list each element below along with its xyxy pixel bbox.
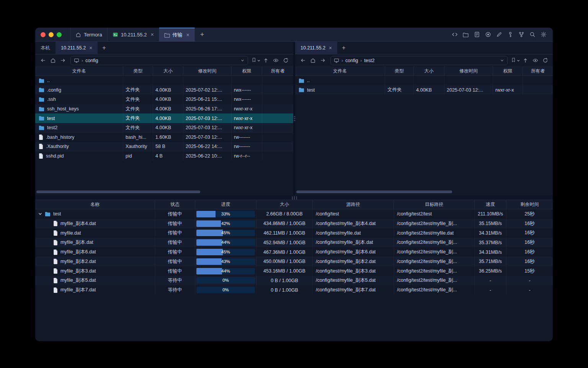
tab-host-session[interactable]: 10.211.55.2 × bbox=[108, 28, 159, 41]
column-header[interactable]: 所有者 bbox=[523, 66, 553, 76]
column-header[interactable]: 类型 bbox=[385, 66, 414, 76]
close-tab-icon[interactable]: × bbox=[150, 32, 154, 37]
forward-button[interactable] bbox=[58, 56, 67, 65]
file-row[interactable]: sshd.pidpid4 B2025-06-22 10:...rw-r--r-- bbox=[35, 151, 293, 161]
scrollbar-thumb[interactable] bbox=[36, 191, 200, 193]
close-tab-icon[interactable]: × bbox=[89, 45, 92, 51]
column-header[interactable]: 大小 bbox=[153, 66, 183, 76]
forward-button[interactable] bbox=[318, 56, 327, 65]
column-header[interactable]: 速度 bbox=[475, 200, 506, 209]
home-button[interactable] bbox=[48, 56, 57, 65]
column-header[interactable]: 修改时间 bbox=[444, 66, 493, 76]
transfer-row[interactable]: myfile.dat传输中45%462.11MB / 1.00GB/config… bbox=[35, 228, 553, 238]
home-button[interactable] bbox=[308, 56, 317, 65]
refresh-button[interactable] bbox=[541, 56, 550, 65]
edit-icon[interactable] bbox=[494, 30, 504, 39]
file-row[interactable]: .config文件夹4.00KB2025-07-02 12:...rwx----… bbox=[35, 85, 293, 95]
close-window-button[interactable] bbox=[41, 32, 46, 37]
tab-label: 本机 bbox=[41, 45, 50, 51]
tab-termora[interactable]: Termora bbox=[70, 28, 108, 41]
transfer-splitter[interactable] bbox=[35, 195, 553, 200]
transfer-row[interactable]: myfile_副本7.dat等待中0%0 B / 1.00GB/config/t… bbox=[35, 285, 553, 295]
breadcrumb-segment[interactable]: config bbox=[85, 58, 98, 63]
column-header[interactable]: 大小 bbox=[414, 66, 444, 76]
close-tab-icon[interactable]: × bbox=[329, 45, 332, 51]
horizontal-scrollbar[interactable] bbox=[36, 191, 292, 194]
column-header[interactable]: 文件名 bbox=[35, 66, 123, 76]
column-header[interactable]: 所有者 bbox=[262, 66, 293, 76]
folder-icon[interactable] bbox=[461, 30, 470, 39]
file-row[interactable]: .XauthorityXauthority58 B2025-06-22 14:.… bbox=[35, 142, 293, 151]
column-header[interactable]: 状态 bbox=[155, 200, 195, 209]
collapse-chevron-icon[interactable] bbox=[38, 212, 42, 216]
branch-icon[interactable] bbox=[516, 30, 526, 39]
tab-remote[interactable]: 10.211.55.2 × bbox=[295, 42, 337, 54]
back-button[interactable] bbox=[298, 56, 307, 65]
progress-label: 45% bbox=[196, 249, 255, 255]
search-icon[interactable] bbox=[528, 30, 537, 39]
file-row[interactable]: test2文件夹4.00KB2025-07-03 12:...rwxr-xr-x bbox=[35, 123, 293, 133]
transfer-row[interactable]: myfile_副本6.dat传输中45%467.36MB / 1.00GB/co… bbox=[35, 247, 553, 257]
scrollbar-thumb[interactable] bbox=[296, 191, 452, 193]
chevron-down-icon[interactable] bbox=[500, 58, 504, 62]
transfer-row[interactable]: test传输中33%2.66GB / 8.00GB/config/test/co… bbox=[35, 209, 553, 219]
tab-remote[interactable]: 10.211.55.2 × bbox=[56, 42, 98, 54]
show-hidden-button[interactable] bbox=[271, 56, 280, 65]
transfer-row[interactable]: myfile_副本4.dat传输中42%434.86MB / 1.00GB/co… bbox=[35, 219, 553, 228]
parent-directory-button[interactable] bbox=[261, 56, 270, 65]
file-name: sshd.pid bbox=[46, 153, 64, 159]
column-header[interactable]: 大小 bbox=[256, 200, 313, 209]
progress-label: 0% bbox=[196, 287, 255, 293]
column-header[interactable]: 权限 bbox=[493, 66, 523, 76]
file-row[interactable]: .. bbox=[295, 76, 553, 85]
column-header[interactable]: 文件名 bbox=[295, 66, 385, 76]
back-button[interactable] bbox=[38, 56, 47, 65]
log-icon[interactable] bbox=[472, 30, 482, 39]
transfer-row[interactable]: myfile_副本.dat传输中44%452.94MB / 1.00GB/con… bbox=[35, 238, 553, 247]
new-panel-tab-button[interactable]: + bbox=[337, 42, 350, 54]
file-row[interactable]: .. bbox=[35, 76, 293, 85]
zoom-window-button[interactable] bbox=[57, 32, 62, 37]
minimize-window-button[interactable] bbox=[49, 32, 54, 37]
transfer-speed: - bbox=[475, 276, 506, 286]
column-header[interactable]: 源路径 bbox=[313, 200, 394, 209]
column-header[interactable]: 修改时间 bbox=[183, 66, 232, 76]
file-mtime: 2025-06-26 17:... bbox=[183, 104, 232, 114]
horizontal-scrollbar[interactable] bbox=[296, 191, 552, 194]
path-breadcrumb[interactable]: ›config›test2 bbox=[330, 56, 508, 65]
show-hidden-button[interactable] bbox=[531, 56, 540, 65]
file-row[interactable]: test文件夹4.00KB2025-07-03 12:...rwxr-xr-x bbox=[35, 113, 293, 123]
close-tab-icon[interactable]: × bbox=[186, 32, 189, 38]
new-panel-tab-button[interactable]: + bbox=[98, 42, 110, 54]
tab-transfer[interactable]: 传输 × bbox=[159, 28, 195, 41]
file-type: 文件夹 bbox=[123, 113, 153, 123]
chevron-down-icon[interactable] bbox=[240, 58, 245, 62]
breadcrumb: ›config bbox=[82, 58, 98, 63]
record-icon[interactable] bbox=[483, 30, 493, 39]
file-row[interactable]: .bash_historybash_hi...1.60KB2025-07-03 … bbox=[35, 133, 293, 142]
bookmark-button[interactable] bbox=[511, 56, 520, 65]
transfer-row[interactable]: myfile_副本5.dat等待中0%0 B / 1.00GB/config/t… bbox=[35, 276, 553, 286]
settings-icon[interactable] bbox=[539, 30, 548, 39]
file-row[interactable]: test文件夹4.00KB2025-07-03 12:...rwxr-xr-x bbox=[295, 85, 553, 95]
file-row[interactable]: .ssh文件夹4.00KB2025-06-21 15:...rwx------ bbox=[35, 95, 293, 104]
column-header[interactable]: 目标路径 bbox=[394, 200, 475, 209]
refresh-button[interactable] bbox=[281, 56, 290, 65]
column-header[interactable]: 剩余时间 bbox=[506, 200, 553, 209]
new-tab-button[interactable]: + bbox=[195, 28, 210, 41]
column-header[interactable]: 权限 bbox=[232, 66, 262, 76]
column-header[interactable]: 名称 bbox=[35, 200, 155, 209]
transfer-row[interactable]: myfile_副本3.dat传输中44%453.16MB / 1.00GB/co… bbox=[35, 266, 553, 276]
bookmark-button[interactable] bbox=[251, 56, 260, 65]
transfer-row[interactable]: myfile_副本2.dat传输中43%450.00MB / 1.00GB/co… bbox=[35, 257, 553, 266]
tab-local[interactable]: 本机 bbox=[35, 42, 56, 54]
parent-directory-button[interactable] bbox=[521, 56, 530, 65]
file-row[interactable]: ssh_host_keys文件夹4.00KB2025-06-26 17:...r… bbox=[35, 104, 293, 114]
breadcrumb-segment[interactable]: test2 bbox=[364, 58, 374, 63]
path-breadcrumb[interactable]: ›config bbox=[70, 56, 248, 65]
breadcrumb-segment[interactable]: config bbox=[345, 58, 358, 63]
code-icon[interactable] bbox=[450, 30, 459, 39]
column-header[interactable]: 进度 bbox=[195, 200, 256, 209]
key-icon[interactable] bbox=[505, 30, 515, 39]
column-header[interactable]: 类型 bbox=[123, 66, 153, 76]
